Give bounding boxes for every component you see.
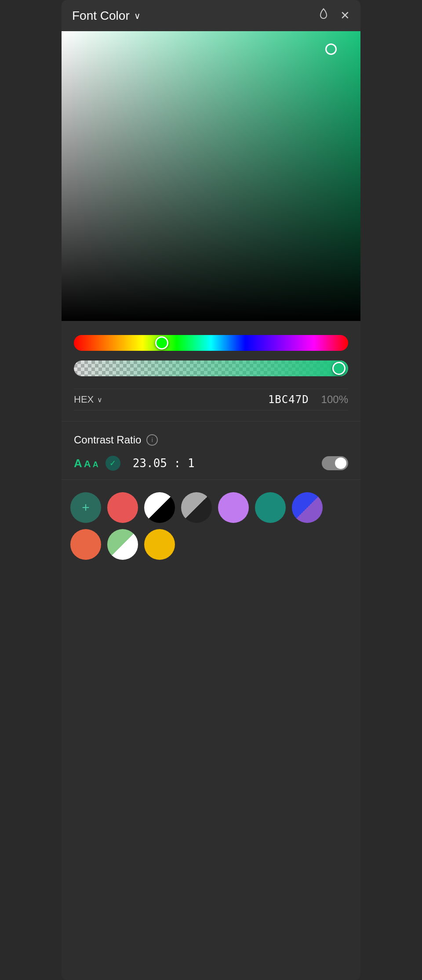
- color-canvas[interactable]: [62, 31, 360, 321]
- hex-label: HEX: [74, 394, 94, 405]
- swatches-section: +: [62, 479, 360, 575]
- swatch-yellow[interactable]: [144, 529, 175, 560]
- color-picker-panel: Font Color ∨ ✕: [62, 0, 360, 980]
- contrast-title-row: Contrast Ratio i: [74, 434, 348, 446]
- badge-a-medium: A: [84, 458, 91, 470]
- hue-slider-wrap: [74, 335, 348, 351]
- opacity-value[interactable]: 100%: [321, 393, 348, 406]
- swatch-white-black[interactable]: [144, 492, 175, 523]
- contrast-title: Contrast Ratio: [74, 434, 141, 446]
- hex-chevron-icon[interactable]: ∨: [97, 396, 102, 404]
- add-swatch-icon: +: [82, 501, 90, 514]
- swatch-green-white[interactable]: [107, 529, 138, 560]
- badge-a-large: A: [74, 457, 82, 470]
- dropper-icon[interactable]: [317, 8, 330, 23]
- badge-a-small: A: [93, 460, 98, 469]
- swatches-row-1: +: [70, 492, 352, 523]
- swatch-blue-purple[interactable]: [292, 492, 323, 523]
- contrast-check-icon: ✓: [106, 456, 120, 471]
- color-picker-handle[interactable]: [325, 43, 337, 55]
- panel-title: Font Color: [72, 9, 130, 23]
- swatch-red[interactable]: [107, 492, 138, 523]
- swatch-coral[interactable]: [70, 529, 101, 560]
- alpha-gradient: [74, 360, 348, 376]
- header-left: Font Color ∨: [72, 9, 141, 23]
- alpha-slider[interactable]: [74, 360, 348, 376]
- contrast-info-icon[interactable]: i: [146, 434, 158, 446]
- hue-handle[interactable]: [155, 336, 168, 349]
- swatch-purple[interactable]: [218, 492, 249, 523]
- alpha-slider-wrap: [74, 360, 348, 376]
- hex-value-wrap: 1BC47D 100%: [268, 393, 348, 406]
- ratio-number: 23.05: [133, 457, 167, 470]
- add-swatch-button[interactable]: +: [70, 492, 101, 523]
- hex-format-selector[interactable]: HEX ∨: [74, 394, 102, 405]
- header-right: ✕: [317, 8, 350, 23]
- ratio-one: 1: [188, 457, 195, 470]
- ratio-separator: :: [167, 457, 188, 470]
- swatch-teal[interactable]: [255, 492, 286, 523]
- hex-value[interactable]: 1BC47D: [268, 393, 309, 406]
- hex-row: HEX ∨ 1BC47D 100%: [74, 389, 348, 411]
- contrast-toggle[interactable]: [322, 456, 348, 470]
- toggle-knob: [335, 458, 346, 469]
- panel-header: Font Color ∨ ✕: [62, 0, 360, 31]
- aaa-badges: A A A: [74, 457, 98, 470]
- swatch-gray-black[interactable]: [181, 492, 212, 523]
- swatches-row-2: [70, 529, 352, 560]
- controls-section: HEX ∨ 1BC47D 100%: [62, 321, 360, 421]
- contrast-ratio-value: 23.05 : 1: [133, 457, 315, 470]
- close-icon[interactable]: ✕: [340, 9, 350, 22]
- hue-slider[interactable]: [74, 335, 348, 351]
- contrast-section: Contrast Ratio i A A A ✓ 23.05 : 1: [62, 421, 360, 479]
- contrast-row: A A A ✓ 23.05 : 1: [74, 456, 348, 471]
- alpha-handle[interactable]: [332, 362, 346, 375]
- title-chevron-icon[interactable]: ∨: [134, 11, 141, 21]
